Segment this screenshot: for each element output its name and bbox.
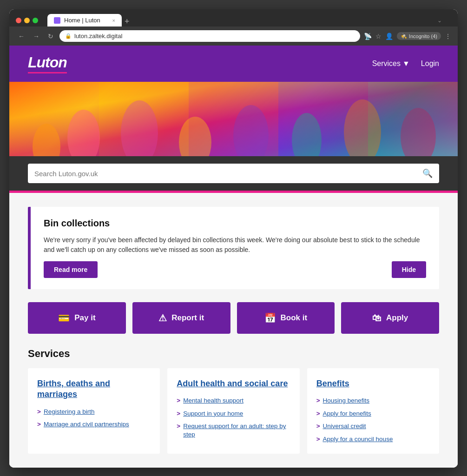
action-buttons-grid: 💳 Pay it ⚠ Report it 📅 Book it 🛍 Apply	[28, 302, 439, 334]
address-bar[interactable]: 🔒 luton.zaltek.digital	[59, 30, 360, 42]
bookmark-icon[interactable]: ☆	[375, 33, 381, 40]
report-it-button[interactable]: ⚠ Report it	[132, 302, 230, 334]
universal-credit-link[interactable]: Universal credit	[323, 422, 366, 430]
book-it-label: Book it	[281, 313, 308, 323]
registering-a-birth-link[interactable]: Registering a birth	[44, 408, 95, 416]
adult-health-social-care-links: Mental health support Support in your ho…	[177, 397, 290, 438]
cast-icon[interactable]: 📡	[364, 33, 372, 40]
report-it-label: Report it	[171, 313, 204, 323]
alert-title: Bin collections	[44, 218, 426, 229]
support-in-your-home-link[interactable]: Support in your home	[183, 410, 243, 418]
browser-navbar: ← → ↻ 🔒 luton.zaltek.digital 📡 ☆ 👤 🕵 Inc…	[9, 26, 458, 46]
list-item: Support in your home	[177, 410, 290, 418]
more-options-icon[interactable]: ⋮	[445, 33, 451, 40]
incognito-badge: 🕵 Incognito (4)	[397, 32, 441, 40]
maximize-window-dot[interactable]	[33, 18, 38, 23]
services-grid: Births, deaths and marriages Registering…	[28, 368, 439, 454]
tab-title: Home | Luton	[64, 17, 100, 24]
pay-it-label: Pay it	[74, 313, 95, 323]
close-window-dot[interactable]	[16, 18, 21, 23]
services-title: Services	[28, 348, 439, 360]
request-support-adult-link[interactable]: Request support for an adult: step by st…	[183, 422, 290, 438]
births-deaths-marriages-links: Registering a birth Marriage and civil p…	[37, 408, 151, 429]
browser-window: Home | Luton × + ⌄ ← → ↻ 🔒 luton.zaltek.…	[9, 9, 458, 468]
browser-tabs: Home | Luton × +	[47, 14, 433, 26]
site-content: Luton Services ▼ Login	[9, 46, 458, 468]
new-tab-button[interactable]: +	[125, 17, 130, 26]
book-it-button[interactable]: 📅 Book it	[237, 302, 335, 334]
chevron-down-icon: ▼	[402, 60, 410, 68]
search-bar: 🔍	[28, 164, 439, 183]
read-more-button[interactable]: Read more	[44, 261, 98, 278]
credit-card-icon: 💳	[58, 312, 70, 324]
list-item: Registering a birth	[37, 408, 151, 416]
adult-health-social-care-title[interactable]: Adult health and social care	[177, 378, 290, 389]
list-item: Apply for benefits	[316, 410, 430, 418]
tab-close-button[interactable]: ×	[112, 18, 115, 23]
births-deaths-marriages-title[interactable]: Births, deaths and marriages	[37, 378, 151, 400]
apply-label: Apply	[386, 313, 408, 323]
browser-nav-icons: 📡 ☆ 👤 🕵 Incognito (4) ⋮	[364, 32, 451, 40]
services-section: Services Births, deaths and marriages Re…	[28, 348, 439, 454]
tab-favicon	[54, 17, 60, 24]
list-item: Request support for an adult: step by st…	[177, 422, 290, 438]
search-button[interactable]: 🔍	[422, 168, 433, 178]
lock-icon: 🔒	[65, 33, 72, 39]
apply-for-benefits-link[interactable]: Apply for benefits	[323, 410, 371, 418]
marriage-civil-partnerships-link[interactable]: Marriage and civil partnerships	[44, 420, 129, 429]
pay-it-button[interactable]: 💳 Pay it	[28, 302, 126, 334]
search-section: 🔍	[9, 156, 458, 191]
warning-icon: ⚠	[158, 312, 167, 324]
alert-box: Bin collections We're very sorry if you'…	[28, 207, 439, 289]
housing-benefits-link[interactable]: Housing benefits	[323, 397, 370, 405]
minimize-window-dot[interactable]	[24, 18, 30, 23]
benefits-title[interactable]: Benefits	[316, 378, 430, 389]
main-content: Bin collections We're very sorry if you'…	[9, 193, 458, 468]
hide-button[interactable]: Hide	[392, 261, 426, 278]
back-button[interactable]: ←	[16, 32, 27, 41]
alert-actions: Read more Hide	[44, 261, 426, 278]
site-header: Luton Services ▼ Login	[9, 46, 458, 82]
service-card-adult-health-social-care: Adult health and social care Mental heal…	[167, 368, 299, 454]
apply-for-council-house-link[interactable]: Apply for a council house	[323, 435, 393, 443]
benefits-links: Housing benefits Apply for benefits Univ…	[316, 397, 430, 443]
site-logo[interactable]: Luton	[28, 54, 67, 73]
browser-titlebar: Home | Luton × + ⌄	[9, 9, 458, 26]
apply-button[interactable]: 🛍 Apply	[341, 302, 439, 334]
alert-text: We're very sorry if you've been affected…	[44, 235, 426, 255]
url-text: luton.zaltek.digital	[74, 33, 122, 40]
login-nav-link[interactable]: Login	[421, 60, 439, 68]
window-controls	[16, 18, 38, 23]
list-item: Marriage and civil partnerships	[37, 420, 151, 429]
forward-button[interactable]: →	[31, 32, 42, 41]
list-item: Apply for a council house	[316, 435, 430, 443]
incognito-label: Incognito (4)	[409, 33, 437, 39]
list-item: Housing benefits	[316, 397, 430, 405]
active-tab[interactable]: Home | Luton ×	[47, 14, 122, 26]
list-item: Universal credit	[316, 422, 430, 430]
service-card-benefits: Benefits Housing benefits Apply for bene…	[307, 368, 439, 454]
search-input[interactable]	[34, 170, 418, 178]
reload-button[interactable]: ↻	[46, 32, 56, 41]
service-card-births-deaths-marriages: Births, deaths and marriages Registering…	[28, 368, 160, 454]
header-nav: Services ▼ Login	[372, 60, 439, 68]
profile-icon[interactable]: 👤	[385, 33, 393, 40]
bag-icon: 🛍	[372, 313, 381, 324]
mental-health-support-link[interactable]: Mental health support	[183, 397, 243, 405]
list-item: Mental health support	[177, 397, 290, 405]
calendar-icon: 📅	[264, 312, 276, 324]
hero-image	[9, 82, 458, 156]
incognito-icon: 🕵	[401, 33, 407, 39]
services-nav-link[interactable]: Services ▼	[372, 60, 410, 68]
